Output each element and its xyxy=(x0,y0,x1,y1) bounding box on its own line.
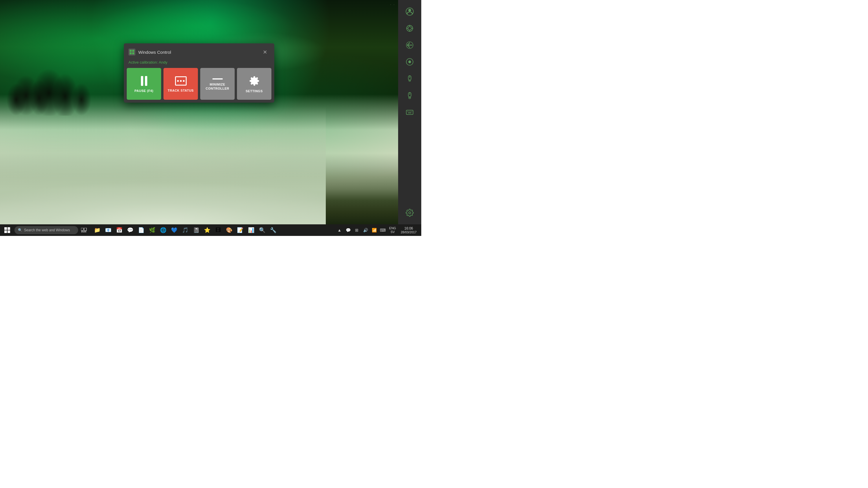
ppt-taskbar-icon[interactable]: 📊 xyxy=(246,225,256,235)
track-status-label: TRACK STATUS xyxy=(168,89,194,93)
svg-rect-30 xyxy=(4,230,7,233)
search-placeholder: Search the web and Windows xyxy=(24,228,70,232)
clock[interactable]: 16:06 28/03/2017 xyxy=(398,226,419,234)
language-code: ENG xyxy=(389,226,396,230)
taskbar: 🔍 Search the web and Windows 📁 📧 📅 💬 📄 🌿… xyxy=(0,224,421,236)
clock-date: 28/03/2017 xyxy=(401,230,416,234)
dialog-subtitle: Active calibration: Andy xyxy=(124,60,274,68)
search-icon: 🔍 xyxy=(18,228,22,232)
mouse-sidebar-icon[interactable] xyxy=(402,71,417,86)
outlook-taskbar-icon[interactable]: 📧 xyxy=(103,225,114,235)
profile-sidebar-icon[interactable] xyxy=(402,4,417,19)
settings-icon xyxy=(249,76,259,86)
gear-sidebar-icon[interactable] xyxy=(402,205,417,220)
svg-rect-27 xyxy=(132,52,134,54)
svg-rect-33 xyxy=(84,228,87,231)
pause-label: PAUSE (F4) xyxy=(134,89,153,93)
pause-button[interactable]: PAUSE (F4) xyxy=(127,68,161,100)
app2-taskbar-icon[interactable]: 🎨 xyxy=(224,225,235,235)
whatsapp-taskbar-icon[interactable]: 💬 xyxy=(125,225,135,235)
onenote-taskbar-icon[interactable]: 📓 xyxy=(191,225,202,235)
tray-chat[interactable]: 💬 xyxy=(344,225,352,235)
settings-label: SETTINGS xyxy=(246,89,263,93)
track-status-icon xyxy=(175,76,187,86)
dialog-title: Windows Control xyxy=(138,50,171,55)
minimize-controller-label: MINIMIZE CONTROLLER xyxy=(203,83,232,91)
svg-point-10 xyxy=(408,60,411,63)
svg-rect-25 xyxy=(132,50,134,52)
mouse2-sidebar-icon[interactable] xyxy=(402,88,417,103)
pause-icon xyxy=(141,76,147,86)
calibration-user: Andy xyxy=(159,60,167,64)
svg-rect-18 xyxy=(406,110,413,115)
evernote-taskbar-icon[interactable]: 🌿 xyxy=(147,225,157,235)
chrome-taskbar-icon[interactable]: 🌐 xyxy=(158,225,168,235)
right-sidebar xyxy=(398,0,421,224)
svg-rect-24 xyxy=(130,50,132,52)
dialog-close-button[interactable]: × xyxy=(260,47,270,57)
circle-target-sidebar-icon[interactable] xyxy=(402,55,417,69)
tray-display[interactable]: ⊞ xyxy=(353,225,361,235)
pdf-taskbar-icon[interactable]: 📄 xyxy=(136,225,146,235)
file-explorer-taskbar-icon[interactable]: 📁 xyxy=(92,225,102,235)
dialog-overlay: Windows Control × Active calibration: An… xyxy=(0,0,398,224)
app-taskbar-icon[interactable]: ⭐ xyxy=(202,225,212,235)
task-view-button[interactable] xyxy=(78,224,90,236)
skype-taskbar-icon[interactable]: 💙 xyxy=(169,225,179,235)
keyboard-sidebar-icon[interactable] xyxy=(402,105,417,120)
back-arrow-sidebar-icon[interactable] xyxy=(402,38,417,52)
tray-keyboard[interactable]: ⌨ xyxy=(379,225,387,235)
tray-network[interactable]: 📶 xyxy=(370,225,378,235)
track-status-button[interactable]: TRACK STATUS xyxy=(163,68,198,100)
minimize-controller-icon xyxy=(212,78,223,79)
dialog-header: Windows Control × xyxy=(124,43,274,60)
svg-rect-26 xyxy=(130,52,132,54)
start-button[interactable] xyxy=(0,224,14,236)
svg-rect-34 xyxy=(82,231,83,232)
minimize-controller-button[interactable]: MINIMIZE CONTROLLER xyxy=(200,68,235,100)
language-indicator[interactable]: ENG SV xyxy=(388,226,397,234)
svg-rect-31 xyxy=(7,230,10,233)
windows-control-dialog: Windows Control × Active calibration: An… xyxy=(124,43,274,103)
tray-volume[interactable]: 🔊 xyxy=(361,225,370,235)
language-sub: SV xyxy=(391,230,395,234)
tray-icons-group: ▲ 💬 ⊞ 🔊 📶 ⌨ xyxy=(335,225,387,235)
calendar-taskbar-icon[interactable]: 📅 xyxy=(114,225,124,235)
cortana-taskbar-icon[interactable]: 🔍 xyxy=(257,225,267,235)
taskbar-app-icons: 📁 📧 📅 💬 📄 🌿 🌐 💙 🎵 📓 ⭐ 🎞 🎨 📝 📊 🔍 🔧 xyxy=(92,225,278,235)
svg-rect-32 xyxy=(81,228,83,231)
clock-time: 16:06 xyxy=(404,226,413,230)
svg-point-0 xyxy=(408,9,411,11)
ae-taskbar-icon[interactable]: 🎞 xyxy=(213,225,223,235)
tray-expand[interactable]: ▲ xyxy=(335,225,343,235)
dialog-title-row: Windows Control xyxy=(128,48,171,56)
spotify-taskbar-icon[interactable]: 🎵 xyxy=(180,225,190,235)
taskbar-tray: ▲ 💬 ⊞ 🔊 📶 ⌨ ENG SV 16:06 28/03/2017 xyxy=(335,225,421,235)
taskbar-search[interactable]: 🔍 Search the web and Windows xyxy=(14,226,78,234)
dialog-logo xyxy=(128,48,135,56)
svg-rect-29 xyxy=(7,227,10,230)
target-sidebar-icon[interactable] xyxy=(402,21,417,36)
dialog-body: PAUSE (F4) TRACK STATUS MINIMIZE xyxy=(124,68,274,103)
settings-button[interactable]: SETTINGS xyxy=(237,68,271,100)
word-taskbar-icon[interactable]: 📝 xyxy=(235,225,245,235)
svg-rect-28 xyxy=(4,227,7,230)
tool-taskbar-icon[interactable]: 🔧 xyxy=(268,225,278,235)
svg-point-3 xyxy=(408,27,411,30)
svg-rect-35 xyxy=(84,231,86,232)
